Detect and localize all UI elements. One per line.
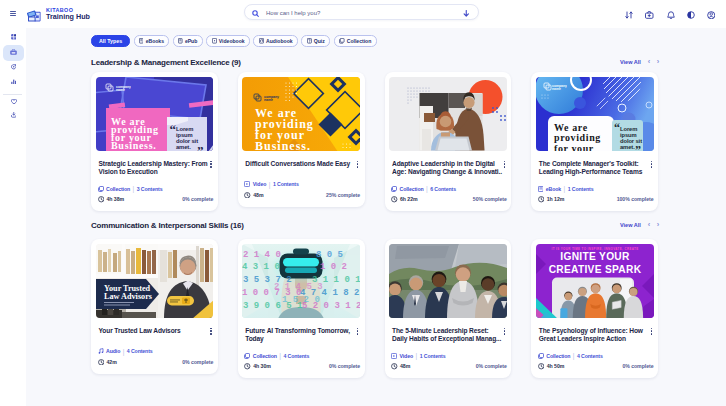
svg-text:2 1 4 5 3: 2 1 4 5 3 [274, 282, 323, 292]
svg-text:8 0 5: 8 0 5 [316, 250, 343, 260]
svg-text:name: name [116, 88, 125, 92]
svg-text:IT IS YOUR TIME TO INSPIRE, IN: IT IS YOUR TIME TO INSPIRE, INNOVATE, CR… [551, 246, 638, 250]
svg-text:2 1 4 0: 2 1 4 0 [243, 250, 281, 260]
svg-text:IGNITE YOUR: IGNITE YOUR [560, 251, 630, 262]
svg-text:amet.: amet. [620, 143, 635, 149]
svg-text:”: ” [635, 142, 641, 151]
svg-text:”: ” [197, 143, 204, 152]
svg-text:for your: for your [554, 142, 594, 151]
svg-text:4 3 1 0: 4 3 1 0 [242, 262, 280, 272]
svg-text:CREATIVE SPARK: CREATIVE SPARK [548, 263, 641, 274]
svg-text:name: name [264, 98, 273, 102]
svg-text:amet.: amet. [176, 144, 191, 150]
svg-text:name: name [552, 87, 561, 91]
svg-text:1 5 2 0: 1 5 2 0 [282, 295, 320, 305]
svg-text:1 0 2: 1 0 2 [320, 262, 347, 272]
svg-text:Law Advisors: Law Advisors [104, 292, 152, 301]
svg-text:providing: providing [554, 132, 601, 143]
svg-text:Business.: Business. [111, 139, 157, 150]
svg-text:We are: We are [554, 121, 588, 132]
svg-text:Business.: Business. [255, 138, 311, 151]
